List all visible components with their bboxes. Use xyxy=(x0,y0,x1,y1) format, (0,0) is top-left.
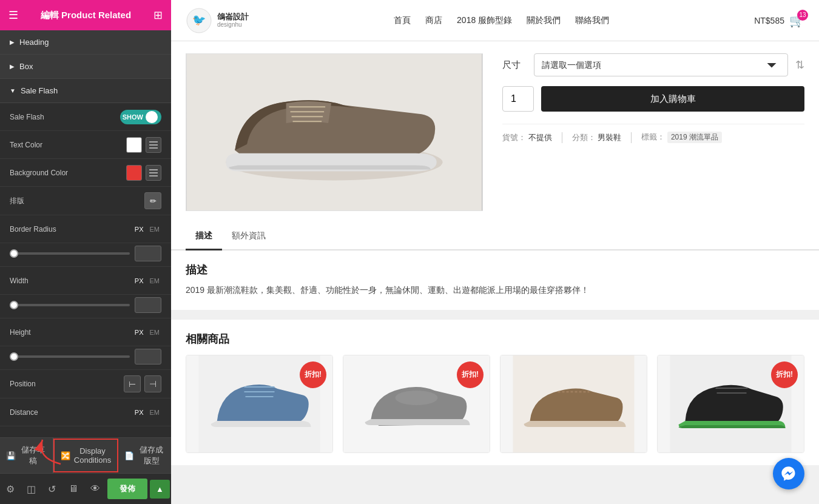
sale-flash-chevron-icon xyxy=(10,87,16,94)
product-section: 尺寸 請選取一個選項 ⇅ 加入購物車 貨號： 不提供 分類： xyxy=(171,41,819,223)
nav-shop[interactable]: 商店 xyxy=(425,15,442,26)
related-products-section: 相關商品 折扣! xyxy=(171,320,819,465)
cart-count: 13 xyxy=(799,12,806,18)
distance-row: Distance PX EM xyxy=(0,398,171,426)
messenger-button[interactable] xyxy=(773,458,804,489)
size-label: 尺寸 xyxy=(502,59,527,71)
device-icon[interactable]: 🖥 xyxy=(64,481,83,497)
height-slider-row xyxy=(10,349,161,365)
width-label: Width xyxy=(10,277,133,285)
sale-flash-section-label: Sale Flash xyxy=(21,86,58,95)
sidebar-content: Heading Box Sale Flash Sale Flash SHOW xyxy=(0,30,171,488)
text-color-options-btn[interactable] xyxy=(146,137,161,153)
height-controls: PX EM xyxy=(133,328,161,337)
distance-unit-em[interactable]: EM xyxy=(148,408,162,417)
product-image-area xyxy=(186,53,483,211)
border-radius-slider-row xyxy=(10,246,161,261)
width-slider-row xyxy=(10,297,161,313)
box-section-header[interactable]: Box xyxy=(0,55,171,79)
eye-icon[interactable]: 👁 xyxy=(86,481,105,497)
size-dropdown-icon: ⇅ xyxy=(795,58,804,72)
cart-icon-wrap[interactable]: 🛒 13 xyxy=(789,13,804,28)
hamburger-icon[interactable]: ☰ xyxy=(8,8,18,22)
nav-catalog[interactable]: 2018 服飾型錄 xyxy=(457,15,512,26)
border-radius-row: Border Radius PX EM xyxy=(0,215,171,243)
sale-badge-4: 折扣! xyxy=(771,361,798,388)
save-draft-button[interactable]: 💾 儲存草稿 xyxy=(0,438,53,473)
height-slider[interactable] xyxy=(10,355,130,358)
sidebar-topbar: ☰ 編輯 Product Related ⊞ xyxy=(0,0,171,30)
save-version-button[interactable]: 📄 儲存成版型 xyxy=(118,438,171,473)
related-product-3[interactable] xyxy=(500,355,647,453)
product-card-img-1: 折扣! xyxy=(186,355,332,452)
text-color-swatch[interactable] xyxy=(126,137,142,153)
tab-extra-info[interactable]: 額外資訊 xyxy=(222,223,275,250)
heading-section-label: Heading xyxy=(19,38,49,47)
messenger-icon xyxy=(780,465,797,482)
meta-tag-key: 標籤： xyxy=(641,132,665,141)
background-color-controls xyxy=(126,165,161,181)
sale-flash-section-header[interactable]: Sale Flash xyxy=(0,79,171,103)
history-icon[interactable]: ↺ xyxy=(43,481,61,497)
store-header: 🐦 鴿崙設計 designhu 首頁 商店 2018 服飾型錄 關於我們 聯絡我… xyxy=(171,0,819,41)
height-input[interactable] xyxy=(135,349,161,365)
save-version-icon: 📄 xyxy=(124,451,134,460)
width-unit-em[interactable]: EM xyxy=(148,277,162,285)
related-product-1[interactable]: 折扣! xyxy=(186,355,333,453)
layers-icon[interactable]: ◫ xyxy=(22,481,41,497)
grid-icon[interactable]: ⊞ xyxy=(153,8,163,22)
add-to-cart-button[interactable]: 加入購物車 xyxy=(541,86,804,112)
border-radius-slider[interactable] xyxy=(10,252,130,255)
size-select[interactable]: 請選取一個選項 xyxy=(534,53,788,76)
heading-section-header[interactable]: Heading xyxy=(0,30,171,55)
background-color-row: Background Color xyxy=(0,159,171,187)
unit-px-tab[interactable]: PX xyxy=(133,225,146,234)
height-unit-em[interactable]: EM xyxy=(148,328,162,337)
height-unit-px[interactable]: PX xyxy=(133,328,146,337)
nav-about[interactable]: 關於我們 xyxy=(527,15,561,26)
distance-unit-tabs: PX EM xyxy=(133,408,161,417)
settings-icon[interactable]: ⚙ xyxy=(1,481,19,497)
layout-edit-btn[interactable]: ✏ xyxy=(144,192,161,209)
sidebar-bottom: 💾 儲存草稿 🔀 Display Conditions 📄 儲存成版型 ⚙ ◫ … xyxy=(0,437,171,504)
store-name-area: 鴿崙設計 designhu xyxy=(217,12,249,29)
cart-area: NT$585 🛒 13 xyxy=(754,13,804,28)
meta-sku-key: 貨號： xyxy=(502,133,526,142)
width-slider[interactable] xyxy=(10,304,130,306)
width-unit-px[interactable]: PX xyxy=(133,277,146,285)
publish-chevron-btn[interactable]: ▲ xyxy=(150,480,170,499)
background-color-swatch[interactable] xyxy=(126,165,142,181)
position-right-btn[interactable]: ⊣ xyxy=(144,375,161,392)
background-color-options-btn[interactable] xyxy=(146,165,161,181)
height-slider-wrap xyxy=(0,346,171,370)
display-conditions-button[interactable]: 🔀 Display Conditions xyxy=(53,438,118,472)
shoe-illustration xyxy=(186,54,482,210)
quantity-input[interactable] xyxy=(502,86,534,112)
display-conditions-icon: 🔀 xyxy=(61,451,70,460)
distance-unit-px[interactable]: PX xyxy=(133,408,146,417)
product-info: 尺寸 請選取一個選項 ⇅ 加入購物車 貨號： 不提供 分類： xyxy=(502,53,804,211)
publish-label: 發佈 xyxy=(120,483,135,494)
product-card-img-2: 折扣! xyxy=(343,355,490,452)
related-product-4[interactable]: 折扣! xyxy=(657,355,804,453)
sale-flash-controls: SHOW xyxy=(120,110,161,124)
bottom-icons-row: ⚙ ◫ ↺ 🖥 👁 發佈 ▲ xyxy=(0,473,171,504)
sale-flash-toggle[interactable]: SHOW xyxy=(120,110,161,124)
position-left-btn[interactable]: ⊢ xyxy=(124,375,141,392)
border-radius-input[interactable] xyxy=(135,246,161,261)
display-conditions-label: Display Conditions xyxy=(74,446,111,465)
width-unit-tabs: PX EM xyxy=(133,277,161,285)
meta-category: 分類： 男裝鞋 xyxy=(572,132,632,143)
save-draft-icon: 💾 xyxy=(6,451,16,460)
publish-button[interactable]: 發佈 xyxy=(107,479,147,499)
nav-contact[interactable]: 聯絡我們 xyxy=(575,15,609,26)
related-product-2[interactable]: 折扣! xyxy=(343,355,490,453)
tab-description[interactable]: 描述 xyxy=(186,223,222,250)
width-row: Width PX EM xyxy=(0,267,171,295)
nav-home[interactable]: 首頁 xyxy=(394,15,411,26)
unit-em-tab[interactable]: EM xyxy=(148,225,162,234)
logo-svg: 🐦 xyxy=(186,7,212,34)
width-input[interactable] xyxy=(135,297,161,313)
meta-cat-val: 男裝鞋 xyxy=(598,133,621,142)
product-card-img-4: 折扣! xyxy=(658,355,804,452)
